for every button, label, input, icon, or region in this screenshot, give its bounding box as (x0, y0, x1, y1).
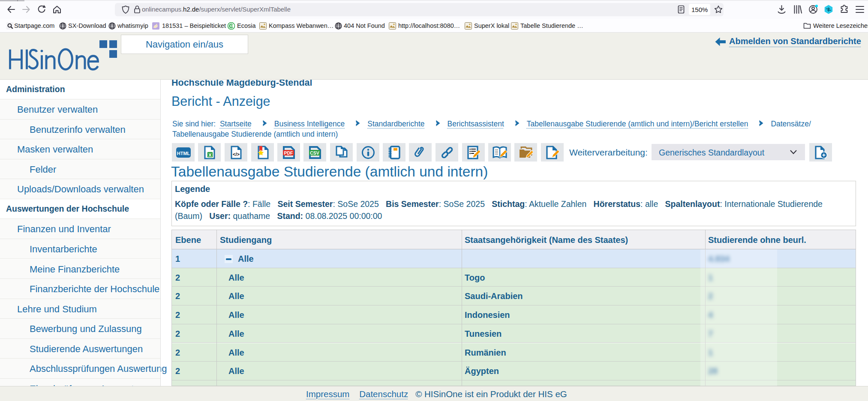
svg-text:</>: </> (233, 152, 240, 157)
svg-text:PDF: PDF (284, 150, 293, 155)
svg-text:CSV: CSV (310, 150, 319, 155)
svg-text:X: X (208, 152, 212, 157)
svg-text:HTML: HTML (177, 150, 190, 156)
